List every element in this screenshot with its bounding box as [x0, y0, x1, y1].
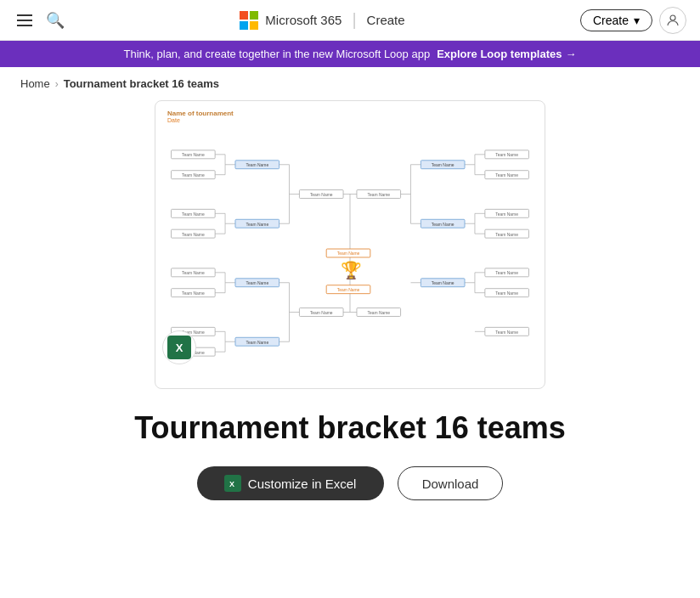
header: 🔍 Microsoft 365 | Create Create ▾ [0, 0, 700, 41]
breadcrumb: Home › Tournament bracket 16 teams [0, 67, 700, 100]
svg-text:Team Name: Team Name [432, 281, 454, 285]
action-buttons: X Customize in Excel Download [0, 460, 700, 521]
tournament-name-label: Name of tournament [167, 110, 533, 117]
excel-overlay-icon: X [162, 330, 196, 364]
promo-banner: Think, plan, and create together in the … [0, 41, 700, 67]
svg-text:Team Name: Team Name [310, 193, 333, 197]
hamburger-menu-icon[interactable] [14, 11, 36, 30]
header-right: Create ▾ [580, 7, 686, 34]
page-title: Tournament bracket 16 teams [20, 409, 680, 446]
svg-text:Team Name: Team Name [495, 153, 518, 157]
svg-text:Team Name: Team Name [246, 341, 268, 345]
svg-text:Team Name: Team Name [182, 291, 205, 296]
svg-text:Team Name: Team Name [182, 173, 205, 178]
chevron-down-icon: ▾ [634, 14, 640, 27]
header-divider: | [352, 10, 356, 30]
breadcrumb-home[interactable]: Home [20, 77, 50, 90]
microsoft-logo [240, 11, 258, 30]
bracket-preview: Team Name Team Name Team Name Team Name … [155, 135, 545, 371]
svg-text:Team Name: Team Name [495, 330, 518, 335]
arrow-icon: → [566, 48, 577, 60]
header-create-label: Create [367, 13, 405, 27]
create-button[interactable]: Create ▾ [580, 9, 652, 31]
brand-name: Microsoft 365 [265, 13, 342, 27]
avatar[interactable] [659, 7, 686, 34]
header-left: 🔍 [14, 11, 65, 30]
breadcrumb-current: Tournament bracket 16 teams [64, 77, 219, 90]
excel-small-icon: X [224, 475, 241, 492]
svg-text:Team Name: Team Name [337, 251, 360, 256]
svg-text:Team Name: Team Name [495, 173, 518, 178]
svg-text:Team Name: Team Name [495, 271, 518, 275]
svg-text:Team Name: Team Name [432, 223, 454, 227]
svg-text:Team Name: Team Name [495, 212, 518, 217]
svg-text:Team Name: Team Name [367, 193, 390, 197]
svg-text:Team Name: Team Name [182, 212, 205, 217]
preview-card: Name of tournament Date Team Name Team N… [155, 100, 545, 389]
download-button[interactable]: Download [398, 466, 504, 500]
tournament-date-label: Date [167, 117, 533, 123]
search-icon[interactable]: 🔍 [46, 11, 65, 30]
title-section: Tournament bracket 16 teams [0, 389, 700, 460]
bracket-svg: Team Name Team Name Team Name Team Name … [155, 135, 545, 371]
svg-text:Team Name: Team Name [182, 153, 205, 157]
svg-text:Team Name: Team Name [432, 163, 454, 167]
svg-point-0 [670, 15, 675, 20]
svg-text:Team Name: Team Name [337, 288, 360, 292]
svg-text:X: X [229, 480, 234, 488]
svg-text:Team Name: Team Name [246, 163, 268, 167]
breadcrumb-separator: › [55, 78, 59, 90]
customize-label: Customize in Excel [248, 477, 357, 491]
svg-text:Team Name: Team Name [495, 291, 518, 296]
svg-text:Team Name: Team Name [182, 233, 205, 237]
svg-text:Team Name: Team Name [367, 311, 390, 315]
svg-text:Team Name: Team Name [246, 223, 268, 227]
banner-text: Think, plan, and create together in the … [124, 48, 431, 60]
customize-excel-button[interactable]: X Customize in Excel [197, 466, 384, 500]
svg-text:Team Name: Team Name [495, 233, 518, 237]
svg-text:Team Name: Team Name [246, 281, 268, 285]
preview-container: Name of tournament Date Team Name Team N… [0, 100, 700, 389]
excel-icon: X [167, 336, 191, 359]
header-center: Microsoft 365 | Create [240, 10, 404, 30]
svg-text:Team Name: Team Name [310, 311, 333, 315]
svg-text:🏆: 🏆 [341, 260, 362, 280]
svg-text:Team Name: Team Name [182, 271, 205, 275]
banner-link[interactable]: Explore Loop templates → [437, 48, 576, 60]
